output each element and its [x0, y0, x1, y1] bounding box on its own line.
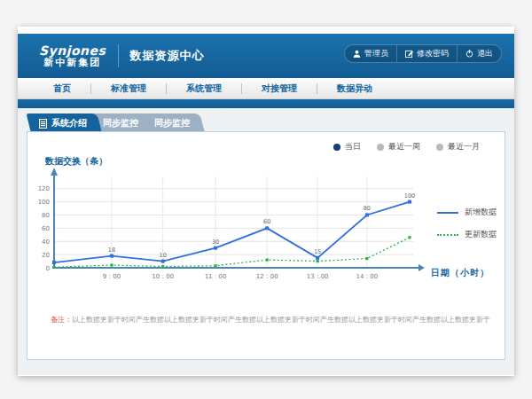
svg-text:14：00: 14：00 [356, 273, 378, 280]
svg-text:80: 80 [364, 205, 371, 212]
app-title: 数据资源中心 [129, 48, 204, 64]
radio-label: 最近一周 [388, 141, 420, 153]
chart-legend: 新增数据 更新数据 [437, 207, 497, 240]
brand-name-cn: 新中新集团 [39, 58, 106, 68]
radio-last-month[interactable]: 最近一月 [436, 141, 480, 153]
tab-label: 系统介绍 [51, 117, 87, 129]
tab-label: 同步监控 [103, 117, 138, 129]
brand-logo: Synjones 新中新集团 [39, 44, 106, 67]
svg-text:80: 80 [42, 212, 50, 219]
footnote-prefix: 备注： [51, 316, 72, 324]
svg-text:10: 10 [160, 252, 167, 259]
svg-text:9：00: 9：00 [103, 273, 121, 280]
svg-text:40: 40 [42, 239, 50, 246]
power-icon [466, 50, 473, 58]
legend-label: 更新数据 [465, 229, 497, 240]
radio-last-week[interactable]: 最近一周 [377, 141, 420, 153]
app-window: Synjones 新中新集团 数据资源中心 管理员 修改密码 [18, 27, 514, 376]
logout-button[interactable]: 退出 [457, 45, 501, 62]
legend-swatch-dotted [437, 234, 458, 236]
tab-label: 同步监控 [154, 117, 190, 129]
radio-today[interactable]: 当日 [333, 141, 361, 153]
nav-accent-strip [18, 99, 514, 108]
legend-swatch-solid [437, 212, 458, 214]
header: Synjones 新中新集团 数据资源中心 管理员 修改密码 [18, 34, 514, 78]
svg-text:100: 100 [38, 199, 50, 206]
svg-text:120: 120 [38, 185, 50, 192]
chart-panel: 当日 最近一周 最近一月 数据交换（条） 0204060801001209：00… [27, 131, 505, 360]
nav-item-integration-mgmt[interactable]: 对接管理 [242, 82, 317, 95]
brand-name: Synjones [39, 44, 106, 58]
svg-text:30: 30 [212, 239, 219, 246]
x-axis-title: 日期（小时） [431, 267, 489, 279]
change-password-label: 修改密码 [417, 48, 449, 59]
footnote-text: 以上数据更新于时间产生数据以上数据更新于时间产生数据以上数据更新于时间产生数据以… [72, 316, 490, 324]
nav-item-home[interactable]: 首页 [34, 82, 90, 95]
svg-text:60: 60 [263, 218, 270, 225]
time-range-radios: 当日 最近一周 最近一月 [333, 141, 480, 153]
svg-text:11：00: 11：00 [205, 273, 227, 280]
svg-text:10：00: 10：00 [152, 273, 174, 280]
nav-item-data-change[interactable]: 数据异动 [317, 82, 392, 95]
radio-dot [377, 144, 384, 151]
user-label: 管理员 [364, 48, 388, 59]
svg-text:13：00: 13：00 [307, 273, 329, 280]
tab-system-intro[interactable]: 系统介绍 [28, 113, 99, 131]
svg-text:100: 100 [404, 192, 415, 200]
nav-item-standard-mgmt[interactable]: 标准管理 [91, 82, 166, 95]
content-area: 系统介绍 同步监控 同步监控 当日 最近一周 [18, 108, 514, 375]
footnote: 备注：以上数据更新于时间产生数据以上数据更新于时间产生数据以上数据更新于时间产生… [51, 315, 494, 325]
svg-text:15: 15 [314, 248, 321, 255]
change-password-button[interactable]: 修改密码 [396, 45, 457, 62]
logout-label: 退出 [477, 48, 493, 59]
svg-text:0: 0 [46, 265, 50, 272]
radio-dot [333, 144, 340, 151]
header-divider [118, 44, 119, 67]
svg-text:20: 20 [42, 252, 50, 259]
legend-item-new-data: 新增数据 [437, 207, 497, 218]
radio-dot [436, 144, 443, 151]
main-nav: 首页 标准管理 系统管理 对接管理 数据异动 [18, 78, 514, 99]
tab-bar: 系统介绍 同步监控 同步监控 [28, 113, 505, 131]
line-chart: 0204060801001209：0010：0011：0012：0013：001… [35, 166, 432, 286]
svg-text:18: 18 [108, 246, 115, 254]
nav-item-system-mgmt[interactable]: 系统管理 [167, 82, 241, 95]
page-top-strip [18, 27, 514, 34]
header-user-toolbar: 管理员 修改密码 退出 [344, 44, 502, 63]
svg-text:60: 60 [42, 225, 50, 232]
edit-icon [405, 50, 413, 58]
radio-label: 当日 [345, 141, 361, 153]
legend-label: 新增数据 [465, 207, 497, 218]
radio-label: 最近一月 [448, 141, 480, 153]
legend-item-updated-data: 更新数据 [437, 229, 497, 240]
user-icon [353, 50, 361, 58]
document-icon [39, 119, 47, 129]
user-menu-button[interactable]: 管理员 [345, 45, 396, 62]
svg-text:12：00: 12：00 [256, 273, 278, 280]
